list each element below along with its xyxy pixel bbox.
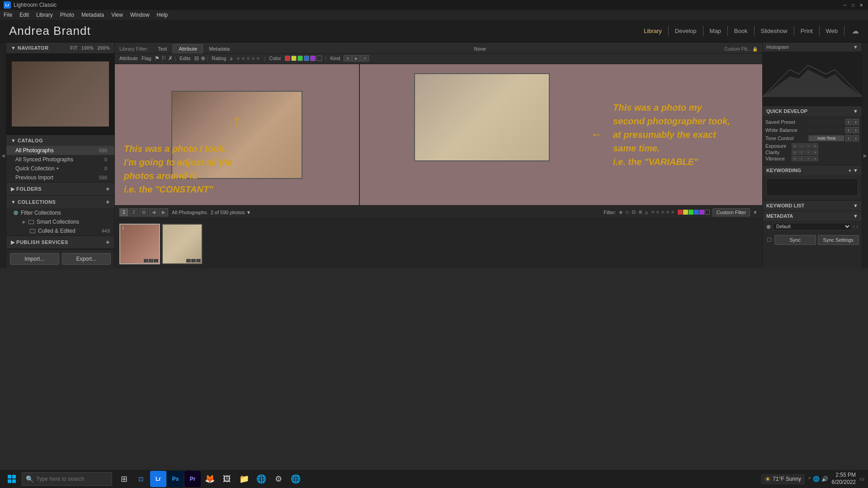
taskbar-app-settings[interactable]: ⚙ xyxy=(270,471,287,487)
folders-header[interactable]: ▶ Folders + xyxy=(6,183,114,195)
publish-services-header[interactable]: ▶ Publish Services + xyxy=(6,236,114,249)
previous-import-item[interactable]: Previous Import 590 xyxy=(6,173,114,182)
t-star-1[interactable]: ★ xyxy=(651,209,655,215)
import-button[interactable]: Import... xyxy=(10,253,59,265)
color-red[interactable] xyxy=(285,56,290,61)
tone-control-prev[interactable]: ‹ xyxy=(845,135,852,141)
toolbar-filter-icon4[interactable]: ⊕ xyxy=(638,209,642,215)
time-display[interactable]: 2:55 PM 6/20/2022 xyxy=(832,472,856,486)
add-publish-service-button[interactable]: + xyxy=(106,239,110,246)
taskbar-search[interactable]: 🔍 xyxy=(22,472,112,486)
t-star-4[interactable]: ★ xyxy=(665,209,670,215)
t-color-yellow[interactable] xyxy=(683,210,688,215)
exposure-dec-large[interactable]: « xyxy=(792,143,798,149)
systray-network[interactable]: 🌐 xyxy=(813,476,820,482)
add-collection-button[interactable]: + xyxy=(106,198,110,206)
white-balance-input[interactable] xyxy=(808,129,844,131)
taskbar-app-pr[interactable]: Pr xyxy=(184,471,201,487)
navigator-header[interactable]: ▼ Navigator FIT 100% 200% xyxy=(6,42,114,53)
keyword-list-header[interactable]: Keyword List ▼ xyxy=(763,201,862,211)
add-folder-button[interactable]: + xyxy=(106,185,110,192)
module-print[interactable]: Print xyxy=(794,26,820,36)
start-button[interactable] xyxy=(4,471,20,487)
keywording-header[interactable]: Keywording + ▼ xyxy=(763,165,862,175)
module-library[interactable]: Library xyxy=(637,26,669,36)
t-color-purple[interactable] xyxy=(699,210,704,215)
star-2[interactable]: ★ xyxy=(241,56,245,61)
saved-preset-prev[interactable]: ‹ xyxy=(845,119,852,125)
collections-header[interactable]: ▼ Collections + xyxy=(6,196,114,208)
menu-file[interactable]: File xyxy=(4,12,12,18)
t-color-red[interactable] xyxy=(678,210,683,215)
metadata-prev-arrow[interactable]: ‹ xyxy=(853,224,854,229)
module-map[interactable]: Map xyxy=(703,26,728,36)
left-panel-collapse[interactable]: ◀ xyxy=(0,42,6,268)
t-star-3[interactable]: ★ xyxy=(660,209,665,215)
color-green[interactable] xyxy=(297,56,303,61)
taskbar-app-photos[interactable]: 🖼 xyxy=(219,471,235,487)
white-balance-next[interactable]: › xyxy=(853,127,859,133)
vibrance-inc[interactable]: › xyxy=(805,156,811,161)
exposure-inc-large[interactable]: » xyxy=(812,143,818,149)
kind-all[interactable]: ⊞ xyxy=(344,55,352,61)
culled-edited-item[interactable]: Culled & Edited 449 xyxy=(6,226,114,235)
zoom-100[interactable]: 100% xyxy=(81,46,94,51)
taskbar-app-firefox[interactable]: 🦊 xyxy=(202,471,218,487)
vibrance-dec[interactable]: ‹ xyxy=(798,156,805,161)
saved-preset-next[interactable]: › xyxy=(853,119,859,125)
module-slideshow[interactable]: Slideshow xyxy=(755,26,794,36)
kind-video[interactable]: ▶ xyxy=(352,55,360,61)
star-3[interactable]: ★ xyxy=(246,56,250,61)
flag-icon-3[interactable]: ✗ xyxy=(168,55,173,61)
filmstrip-thumb-1[interactable]: 1 ⊟ ⊕ ◱ xyxy=(119,224,160,264)
flag-icon-2[interactable]: ⚐ xyxy=(161,55,166,61)
star-4[interactable]: ★ xyxy=(251,56,255,61)
module-develop[interactable]: Develop xyxy=(669,26,703,36)
systray-expand[interactable]: ^ xyxy=(808,476,811,482)
filter-tab-metadata[interactable]: Metadata xyxy=(203,44,236,53)
taskbar-app-lr[interactable]: Lr xyxy=(150,471,166,487)
tone-control-next[interactable]: › xyxy=(853,135,859,141)
metadata-header[interactable]: Metadata ▼ xyxy=(763,211,862,221)
view-next[interactable]: ▶ xyxy=(159,208,168,216)
t-star-2[interactable]: ★ xyxy=(656,209,660,215)
view-grid[interactable]: ⊞ xyxy=(139,208,148,216)
clarity-dec[interactable]: ‹ xyxy=(798,150,805,155)
smart-collections-item[interactable]: ▶ Smart Collections xyxy=(6,217,114,226)
saved-preset-input[interactable] xyxy=(808,121,844,123)
sync-checkbox[interactable]: ☐ xyxy=(765,235,773,245)
clarity-inc[interactable]: › xyxy=(805,150,811,155)
custom-filter-button[interactable]: Custom Filter xyxy=(712,208,750,216)
metadata-next-arrow[interactable]: › xyxy=(857,224,858,229)
view-single[interactable]: 1 xyxy=(119,208,128,216)
metadata-expand-icon[interactable]: ⊕ xyxy=(766,224,771,230)
toolbar-filter-icon1[interactable]: ◈ xyxy=(619,209,623,215)
search-input[interactable] xyxy=(36,476,108,482)
taskbar-app-ps[interactable]: Ps xyxy=(167,471,184,487)
catalog-header[interactable]: ▼ Catalog xyxy=(6,135,114,146)
export-button[interactable]: Export... xyxy=(62,253,111,265)
color-none[interactable] xyxy=(316,56,322,61)
maximize-button[interactable]: □ xyxy=(850,2,856,8)
t-color-blue[interactable] xyxy=(694,210,699,215)
sync-button[interactable]: Sync xyxy=(774,235,816,245)
menu-view[interactable]: View xyxy=(111,12,123,18)
quick-develop-header[interactable]: Quick Develop ▼ xyxy=(763,106,862,116)
module-web[interactable]: Web xyxy=(820,26,845,36)
clarity-inc-large[interactable]: » xyxy=(812,150,818,155)
filter-expand-icon[interactable]: ▼ xyxy=(753,210,758,215)
kind-raw[interactable]: R xyxy=(361,55,369,61)
view-prev[interactable]: ◀ xyxy=(149,208,158,216)
taskbar-app-chrome2[interactable]: 🌐 xyxy=(288,471,304,487)
sync-settings-button[interactable]: Sync Settings xyxy=(818,235,859,245)
taskbar-app-search[interactable]: ⊡ xyxy=(133,471,149,487)
minimize-button[interactable]: ─ xyxy=(842,2,848,8)
menu-edit[interactable]: Edit xyxy=(19,12,29,18)
right-panel-collapse[interactable]: ▶ xyxy=(862,42,868,268)
menu-window[interactable]: Window xyxy=(130,12,150,18)
filter-tab-text[interactable]: Text xyxy=(152,44,173,53)
toolbar-filter-icon3[interactable]: ⊟ xyxy=(632,209,636,215)
edit-icon-1[interactable]: ⊟ xyxy=(194,55,199,61)
keywording-add[interactable]: + xyxy=(849,168,851,173)
menu-photo[interactable]: Photo xyxy=(60,12,74,18)
